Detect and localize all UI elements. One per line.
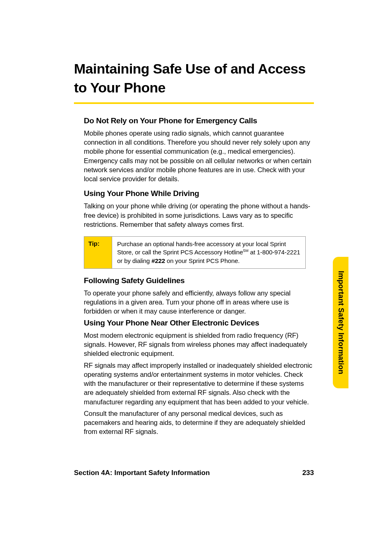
tip-dial-code: #222 (152, 257, 165, 264)
page-title: Maintaining Safe Use of and Access to Yo… (74, 60, 314, 97)
tip-box: Tip: Purchase an optional hands-free acc… (84, 236, 306, 269)
heading-guidelines: Following Safety Guidelines (84, 276, 314, 285)
heading-emergency: Do Not Rely on Your Phone for Emergency … (84, 116, 314, 125)
title-underline (74, 102, 314, 104)
page-footer: Section 4A: Important Safety Information… (74, 469, 314, 477)
side-tab-label: Important Safety Information (337, 271, 345, 374)
footer-section-label: Section 4A: Important Safety Information (74, 469, 210, 477)
heading-electronic: Using Your Phone Near Other Electronic D… (84, 318, 314, 328)
body-electronic-1: Most modern electronic equipment is shie… (84, 331, 314, 358)
body-driving: Talking on your phone while driving (or … (84, 201, 314, 229)
service-mark: SM (243, 249, 248, 253)
footer-page-number: 233 (302, 469, 314, 477)
side-tab: Important Safety Information (333, 257, 348, 388)
body-guidelines: To operate your phone safely and efficie… (84, 288, 314, 316)
body-electronic-2: RF signals may affect improperly install… (84, 361, 314, 406)
tip-text: Purchase an optional hands-free accessor… (112, 237, 305, 268)
tip-label: Tip: (84, 237, 112, 268)
body-electronic-3: Consult the manufacturer of any personal… (84, 409, 314, 436)
tip-text-part3: on your Sprint PCS Phone. (165, 257, 240, 264)
body-emergency: Mobile phones operate using radio signal… (84, 129, 314, 184)
heading-driving: Using Your Phone While Driving (84, 189, 314, 198)
